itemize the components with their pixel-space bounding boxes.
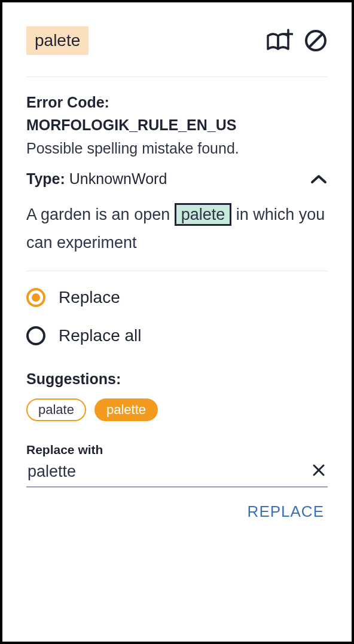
context-before: A garden is an open xyxy=(26,206,175,223)
radio-replace-all[interactable]: Replace all xyxy=(26,326,328,345)
suggestion-chip[interactable]: palate xyxy=(26,398,86,421)
replace-with-label: Replace with xyxy=(26,443,328,457)
radio-replace-all-label: Replace all xyxy=(59,326,142,345)
error-type: Type: UnknownWord xyxy=(26,170,167,188)
radio-unselected-icon xyxy=(26,326,45,345)
replace-button[interactable]: REPLACE xyxy=(244,502,328,522)
radio-replace[interactable]: Replace xyxy=(26,288,328,307)
radio-selected-icon xyxy=(26,288,45,307)
error-description: Possible spelling mistake found. xyxy=(26,140,328,157)
suggestion-chips: palatepalette xyxy=(26,398,328,421)
add-to-dictionary-icon[interactable] xyxy=(266,29,293,53)
divider xyxy=(26,271,328,271)
type-label: Type: xyxy=(26,170,65,187)
suggestions-label: Suggestions: xyxy=(26,370,328,388)
collapse-chevron-up-icon[interactable] xyxy=(310,173,328,185)
type-value: UnknownWord xyxy=(69,170,167,187)
ignore-icon[interactable] xyxy=(304,29,328,53)
replace-with-input[interactable] xyxy=(26,462,310,482)
clear-input-icon[interactable] xyxy=(310,462,328,481)
suggestion-chip[interactable]: palette xyxy=(94,398,158,421)
error-code-value: MORFOLOGIK_RULE_EN_US xyxy=(26,114,328,137)
context-highlighted-word: palete xyxy=(175,203,232,226)
svg-line-3 xyxy=(309,34,322,47)
error-code-label: Error Code: xyxy=(26,91,328,114)
radio-replace-label: Replace xyxy=(59,288,120,307)
divider xyxy=(26,76,328,77)
context-sentence: A garden is an open palete in which you … xyxy=(26,201,328,257)
flagged-word-chip: palete xyxy=(26,26,89,55)
